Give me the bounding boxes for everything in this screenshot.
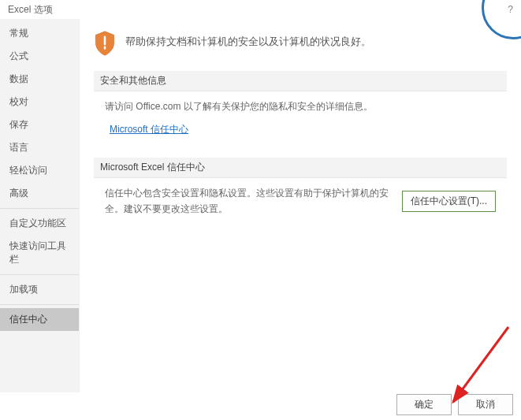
cancel-button[interactable]: 取消 <box>458 394 513 415</box>
section-excel-tc-body: 信任中心包含安全设置和隐私设置。这些设置有助于保护计算机的安全。建议不要更改这些… <box>94 178 507 230</box>
section-security-body: 请访问 Office.com 以了解有关保护您的隐私和安全的详细信息。 Micr… <box>94 91 507 151</box>
sidebar-item-accessibility[interactable]: 轻松访问 <box>0 159 79 182</box>
sidebar-item-advanced[interactable]: 高级 <box>0 182 79 205</box>
separator <box>0 208 79 209</box>
excel-tc-desc: 信任中心包含安全设置和隐私设置。这些设置有助于保护计算机的安全。建议不要更改这些… <box>105 186 394 216</box>
dialog-footer: 确定 取消 <box>396 394 513 415</box>
shield-icon <box>94 30 116 57</box>
sidebar-item-formulas[interactable]: 公式 <box>0 45 79 68</box>
sidebar-item-quick-access[interactable]: 快速访问工具栏 <box>0 235 79 271</box>
ms-trust-center-link[interactable]: Microsoft 信任中心 <box>110 122 188 137</box>
hero-text: 帮助保持文档和计算机的安全以及计算机的状况良好。 <box>125 30 371 49</box>
hero: 帮助保持文档和计算机的安全以及计算机的状况良好。 <box>94 27 507 57</box>
section-excel-tc-header: Microsoft Excel 信任中心 <box>94 158 507 178</box>
sidebar-item-proofing[interactable]: 校对 <box>0 91 79 113</box>
sidebar-item-language[interactable]: 语言 <box>0 136 79 159</box>
sidebar-item-save[interactable]: 保存 <box>0 113 79 136</box>
ok-button[interactable]: 确定 <box>396 394 452 415</box>
dialog-title: Excel 选项 <box>8 3 53 17</box>
dialog-body: 常规 公式 数据 校对 保存 语言 轻松访问 高级 自定义功能区 快速访问工具栏… <box>0 19 521 392</box>
sidebar: 常规 公式 数据 校对 保存 语言 轻松访问 高级 自定义功能区 快速访问工具栏… <box>0 19 79 392</box>
sidebar-item-addins[interactable]: 加载项 <box>0 278 79 301</box>
sidebar-item-customize-ribbon[interactable]: 自定义功能区 <box>0 212 79 235</box>
sidebar-item-data[interactable]: 数据 <box>0 68 79 91</box>
security-desc: 请访问 Office.com 以了解有关保护您的隐私和安全的详细信息。 <box>105 99 496 114</box>
separator <box>0 304 79 305</box>
titlebar: Excel 选项 ? <box>0 0 521 19</box>
content-pane: 帮助保持文档和计算机的安全以及计算机的状况良好。 安全和其他信息 请访问 Off… <box>79 19 521 392</box>
sidebar-item-general[interactable]: 常规 <box>0 22 79 45</box>
separator <box>0 274 79 275</box>
sidebar-item-trust-center[interactable]: 信任中心 <box>0 308 79 331</box>
trust-center-settings-button[interactable]: 信任中心设置(T)... <box>402 191 496 212</box>
section-security-header: 安全和其他信息 <box>94 71 507 91</box>
